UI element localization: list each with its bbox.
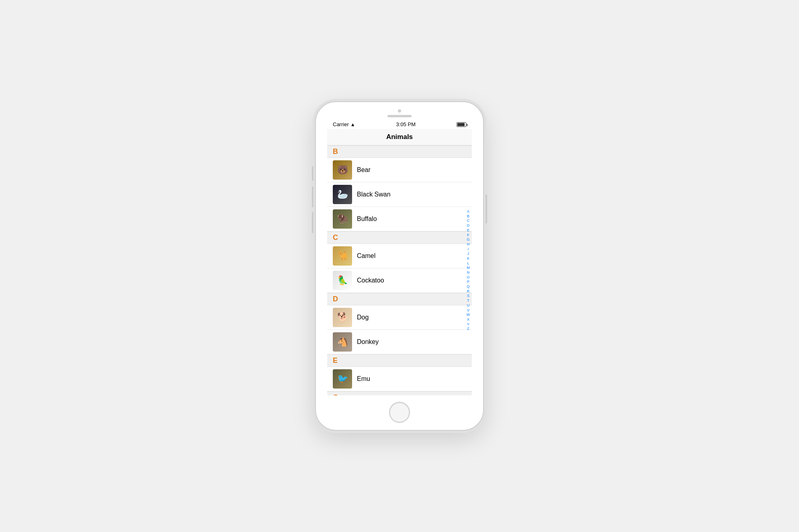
animal-image-cockatoo: 🦜 (333, 271, 352, 290)
status-bar: Carrier ▲ 3:05 PM (327, 120, 472, 129)
animal-image-bear: 🐻 (333, 160, 352, 180)
list-item-donkey[interactable]: 🐴 Donkey (327, 330, 472, 354)
phone-top (316, 102, 483, 117)
index-a[interactable]: A (467, 209, 469, 214)
index-e[interactable]: E (467, 228, 469, 233)
index-g[interactable]: G (467, 237, 469, 242)
animal-name-cockatoo: Cockatoo (357, 277, 466, 284)
index-y[interactable]: Y (467, 322, 469, 327)
animal-image-donkey: 🐴 (333, 332, 352, 352)
animal-name-emu: Emu (357, 375, 466, 383)
index-i[interactable]: I (468, 247, 469, 252)
index-l[interactable]: L (467, 261, 469, 266)
index-x[interactable]: X (467, 317, 469, 322)
index-o[interactable]: O (467, 275, 469, 280)
index-p[interactable]: P (467, 280, 469, 284)
animal-name-bear: Bear (357, 166, 466, 174)
nav-title: Animals (386, 133, 413, 141)
time-label: 3:05 PM (396, 121, 416, 127)
index-m[interactable]: M (467, 266, 470, 270)
camera-dot (398, 109, 401, 113)
index-h[interactable]: H (467, 242, 470, 247)
index-f[interactable]: F (467, 233, 469, 238)
carrier-label: Carrier (333, 121, 349, 127)
section-header-e: E (327, 354, 472, 367)
index-z[interactable]: Z (467, 327, 469, 331)
section-header-b: B (327, 145, 472, 158)
index-r[interactable]: R (467, 289, 470, 294)
index-k[interactable]: K (467, 256, 469, 261)
silent-switch[interactable] (312, 166, 313, 181)
wifi-icon: ▲ (350, 122, 355, 127)
list-item-cockatoo[interactable]: 🦜 Cockatoo (327, 268, 472, 293)
index-v[interactable]: V (467, 308, 469, 313)
list-item-buffalo[interactable]: 🦬 Buffalo (327, 207, 472, 231)
battery-icon (457, 122, 466, 127)
index-s[interactable]: S (467, 294, 469, 299)
section-header-c: C (327, 231, 472, 244)
index-d[interactable]: D (467, 223, 470, 228)
home-button-area (316, 398, 483, 430)
animal-list[interactable]: B 🐻 Bear 🦢 Black Swan 🦬 Buffalo C 🐪 Came… (327, 145, 472, 395)
section-header-g: G (327, 391, 472, 395)
list-item-dog[interactable]: 🐕 Dog (327, 305, 472, 330)
animal-name-buffalo: Buffalo (357, 215, 466, 223)
animal-image-emu: 🐦 (333, 369, 352, 389)
volume-up-button[interactable] (312, 186, 313, 207)
list-item-emu[interactable]: 🐦 Emu (327, 367, 472, 391)
index-q[interactable]: Q (467, 284, 469, 289)
index-j[interactable]: J (467, 252, 469, 256)
list-item-black-swan[interactable]: 🦢 Black Swan (327, 182, 472, 207)
list-item-bear[interactable]: 🐻 Bear (327, 158, 472, 182)
status-left: Carrier ▲ (333, 121, 355, 127)
nav-bar: Animals (327, 129, 472, 145)
animal-image-black-swan: 🦢 (333, 185, 352, 204)
phone-frame: Carrier ▲ 3:05 PM Animals B 🐻 Bear 🦢 Bla… (315, 101, 484, 431)
index-t[interactable]: T (467, 299, 469, 303)
index-w[interactable]: W (467, 313, 470, 317)
animal-name-black-swan: Black Swan (357, 191, 466, 198)
animal-name-camel: Camel (357, 252, 466, 260)
animal-image-camel: 🐪 (333, 246, 352, 266)
index-scrubber[interactable]: A B C D E F G H I J K L M N O P Q R S T (465, 145, 472, 395)
list-item-camel[interactable]: 🐪 Camel (327, 244, 472, 268)
index-n[interactable]: N (467, 270, 470, 275)
section-header-d: D (327, 293, 472, 305)
power-button[interactable] (486, 194, 487, 223)
animal-image-buffalo: 🦬 (333, 209, 352, 229)
speaker-grille (387, 115, 412, 117)
animal-image-dog: 🐕 (333, 308, 352, 327)
volume-down-button[interactable] (312, 212, 313, 233)
animal-name-donkey: Donkey (357, 338, 466, 346)
index-b[interactable]: B (467, 214, 469, 219)
index-u[interactable]: U (467, 303, 470, 308)
animal-name-dog: Dog (357, 314, 466, 321)
index-c[interactable]: C (467, 219, 470, 223)
phone-screen: Carrier ▲ 3:05 PM Animals B 🐻 Bear 🦢 Bla… (327, 120, 472, 395)
home-button[interactable] (389, 402, 410, 423)
